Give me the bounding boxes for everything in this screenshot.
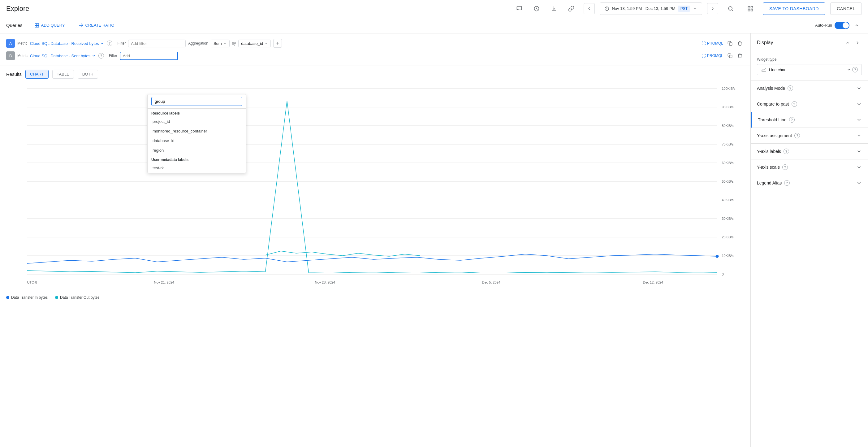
metric-label-a: Metric [17,41,28,46]
tab-table[interactable]: TABLE [52,70,74,79]
svg-text:UTC-8: UTC-8 [27,280,37,284]
threshold-line-section[interactable]: Threshold Line ? [751,112,868,128]
results-section: Results CHART TABLE BOTH [0,66,750,79]
y-axis-scale-help[interactable]: ? [782,165,788,170]
time-range-selector[interactable]: Nov 13, 1:59 PM - Dec 13, 1:59 PM PST [600,2,702,15]
y-axis-assignment-section[interactable]: Y-axis assignment ? [751,128,868,144]
next-time-btn[interactable] [707,3,718,14]
dropdown-item-monitored-resource[interactable]: monitored_resource_container [148,126,246,136]
compare-to-past-section[interactable]: Compare to past ? [751,96,868,112]
tab-chart[interactable]: CHART [25,70,49,79]
metric-label-b: Metric [17,54,28,58]
delete-query-b[interactable] [736,51,744,60]
svg-text:20KiB/s: 20KiB/s [722,235,734,239]
threshold-line-help[interactable]: ? [789,117,795,123]
svg-text:100KiB/s: 100KiB/s [722,87,736,90]
top-bar-actions: Nov 13, 1:59 PM - Dec 13, 1:59 PM PST SA… [512,1,862,16]
metric-value-a[interactable]: Cloud SQL Database - Received bytes [30,41,104,46]
groupby-dropdown: Resource labels project_id monitored_res… [147,94,246,173]
y-axis-scale-section[interactable]: Y-axis scale ? [751,159,868,175]
grid-icon-btn[interactable] [743,1,758,16]
copy-query-a[interactable] [726,39,734,48]
save-to-dashboard-button[interactable]: SAVE TO DASHBOARD [763,2,825,15]
metric-value-b[interactable]: Cloud SQL Database - Sent bytes [30,54,96,58]
display-expand-btn[interactable] [843,38,852,47]
collapse-panel-button[interactable] [852,21,862,30]
dropdown-item-region[interactable]: region [148,146,246,155]
svg-text:Dec 12, 2024: Dec 12, 2024 [643,280,663,284]
svg-text:50KiB/s: 50KiB/s [722,180,734,183]
legend-dot-in [6,296,9,299]
metric-help-b[interactable]: ? [98,53,104,59]
svg-text:Nov 28, 2024: Nov 28, 2024 [315,280,335,284]
legend-dot-out [55,296,58,299]
queries-bar: Queries ADD QUERY CREATE RATIO Auto-Run [0,17,868,33]
compare-to-past-label: Compare to past [757,101,789,107]
dropdown-search-input[interactable] [151,97,242,106]
legend-alias-help[interactable]: ? [784,180,790,186]
query-rows: A Metric Cloud SQL Database - Received b… [0,33,750,66]
display-header: Display [751,33,868,52]
time-range-text: Nov 13, 1:59 PM - Dec 13, 1:59 PM [612,6,675,11]
add-query-button[interactable]: ADD QUERY [30,21,69,30]
promql-btn-b[interactable]: PROMQL [702,54,723,58]
svg-text:0: 0 [722,272,724,276]
chat-icon-btn[interactable] [512,1,527,16]
chart-legend: Data Transfer In bytes Data Transfer Out… [0,293,750,302]
y-axis-scale-label: Y-axis scale [757,165,780,170]
compare-to-past-help[interactable]: ? [792,101,797,107]
svg-line-4 [732,9,733,11]
display-header-icons [843,38,862,47]
query-letter-a: A [6,39,15,48]
y-axis-labels-help[interactable]: ? [783,149,789,154]
delete-query-a[interactable] [736,39,744,48]
filter-input-a[interactable] [128,40,186,47]
cancel-button[interactable]: CANCEL [830,2,862,15]
analysis-mode-section[interactable]: Analysis Mode ? [751,81,868,96]
svg-rect-14 [730,55,732,58]
dashboard-icon-btn[interactable] [529,1,544,16]
legend-alias-chevron [856,180,862,186]
resource-labels-header: Resource labels [148,109,246,117]
legend-item-out: Data Transfer Out bytes [55,295,99,300]
download-icon-btn[interactable] [547,1,561,16]
dropdown-item-project-id[interactable]: project_id [148,117,246,126]
prev-time-btn[interactable] [584,3,595,14]
svg-point-3 [728,6,732,10]
link-icon-btn[interactable] [564,1,579,16]
widget-type-label: Widget type [757,57,862,62]
filter-label-b: Filter [109,54,117,58]
agg-select-a[interactable]: Sum [211,40,229,47]
legend-alias-section[interactable]: Legend Alias ? [751,175,868,191]
widget-type-help[interactable]: ? [852,67,858,72]
legend-label-in: Data Transfer In bytes [11,295,48,300]
promql-btn-a[interactable]: PROMQL [702,41,723,46]
dropdown-item-test-rk[interactable]: test-rk [148,163,246,173]
widget-type-select[interactable]: Line chart ? [757,64,862,75]
analysis-mode-chevron [856,85,862,91]
add-groupby-a[interactable]: + [273,39,282,48]
analysis-mode-help[interactable]: ? [787,85,793,91]
query-row-b: B Metric Cloud SQL Database - Sent bytes… [6,50,744,62]
tab-both[interactable]: BOTH [78,70,98,79]
search-icon-btn[interactable] [723,1,738,16]
display-collapse-btn[interactable] [853,38,862,47]
results-label: Results [6,71,22,77]
copy-query-b[interactable] [726,51,734,60]
autorun-label: Auto-Run [815,23,832,28]
top-bar: Explore Nov 13, 1:59 PM - Dec 13, 1:59 P… [0,0,868,17]
svg-rect-6 [751,6,753,8]
chart-svg: 100KiB/s 90KiB/s 80KiB/s 70KiB/s 60KiB/s… [6,82,744,293]
create-ratio-button[interactable]: CREATE RATIO [74,21,119,30]
filter-input-b[interactable] [120,52,178,60]
y-axis-labels-section[interactable]: Y-axis labels ? [751,144,868,159]
metric-help-a[interactable]: ? [107,40,112,46]
results-header: Results CHART TABLE BOTH [6,70,744,79]
y-axis-assignment-help[interactable]: ? [794,133,800,138]
groupby-select-a[interactable]: database_id [238,40,271,47]
display-panel: Display Widget type Line chart [750,33,868,447]
svg-rect-13 [730,43,732,46]
left-panel: A Metric Cloud SQL Database - Received b… [0,33,750,447]
autorun-toggle[interactable] [835,22,849,29]
dropdown-item-database-id[interactable]: database_id [148,136,246,146]
